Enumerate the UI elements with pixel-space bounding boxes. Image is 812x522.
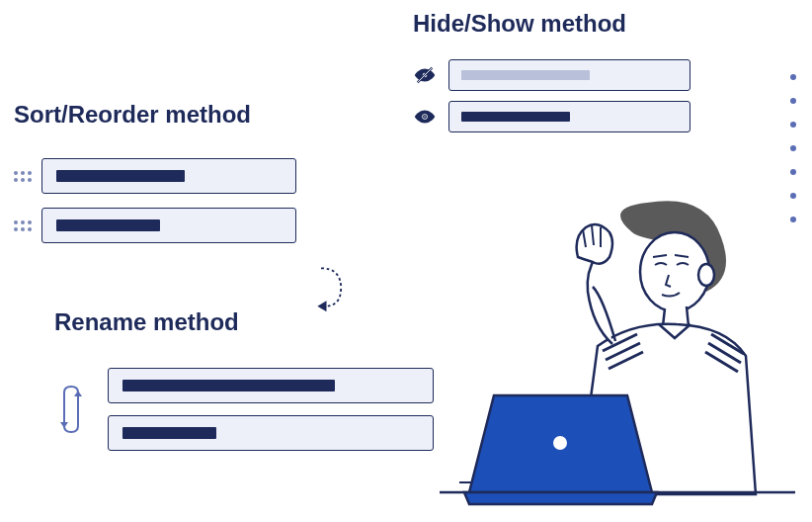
hideshow-row-hidden (413, 59, 690, 91)
hideshow-title: Hide/Show method (413, 10, 690, 38)
placeholder-bar (461, 112, 570, 122)
swap-arrow-icon (312, 261, 352, 315)
svg-point-23 (553, 436, 567, 450)
sort-title: Sort/Reorder method (14, 101, 296, 129)
svg-marker-7 (74, 391, 82, 396)
eye-icon[interactable] (413, 105, 437, 129)
svg-marker-6 (60, 422, 68, 428)
sort-field-2[interactable] (41, 208, 296, 243)
svg-point-9 (698, 264, 714, 286)
drag-handle-icon[interactable] (14, 220, 32, 231)
cycle-arrows-icon (54, 381, 88, 438)
decorative-dots (790, 74, 796, 222)
hideshow-field-visible[interactable] (448, 101, 690, 132)
sort-section: Sort/Reorder method (14, 101, 296, 257)
hideshow-row-visible (413, 101, 690, 132)
person-laptop-illustration (440, 198, 795, 522)
hideshow-section: Hide/Show method (413, 10, 690, 142)
placeholder-bar (461, 70, 590, 80)
drag-handle-icon[interactable] (14, 171, 32, 182)
eye-slash-icon[interactable] (413, 63, 437, 87)
placeholder-bar (122, 380, 335, 392)
hideshow-field-hidden[interactable] (448, 59, 690, 91)
placeholder-bar (56, 170, 185, 182)
sort-field-1[interactable] (41, 158, 296, 194)
placeholder-bar (122, 427, 216, 439)
rename-title: Rename method (54, 308, 434, 336)
rename-field-2[interactable] (108, 415, 434, 451)
rename-section: Rename method (54, 308, 434, 451)
placeholder-bar (56, 219, 160, 231)
sort-row-1 (14, 158, 296, 194)
rename-field-1[interactable] (108, 368, 434, 403)
sort-row-2 (14, 208, 296, 243)
